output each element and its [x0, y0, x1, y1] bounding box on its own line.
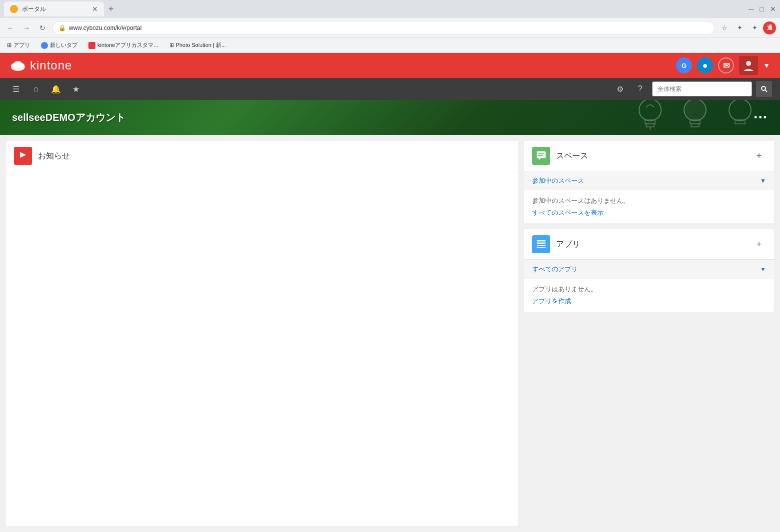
apps-empty-text: アプリはありません。: [532, 285, 766, 294]
close-tab-button[interactable]: ✕: [92, 5, 98, 13]
url-text: www.cybozu.com/k/#/portal: [69, 24, 141, 31]
apps-create-link[interactable]: アプリを作成: [532, 297, 571, 305]
g-button[interactable]: G: [676, 57, 692, 73]
bookmarks-bar: ⊞ アプリ 新しいタブ kintoneアプリカスタマ... ⊞ Photo So…: [0, 38, 780, 53]
forward-button[interactable]: →: [20, 21, 33, 34]
photo-favicon: ⊞: [169, 42, 174, 48]
bookmark-kintone[interactable]: kintoneアプリカスタマ...: [85, 40, 161, 50]
extension-icon-2[interactable]: ✦: [748, 21, 761, 34]
apps-section-chevron: ▼: [760, 266, 766, 273]
banner-more-button[interactable]: •••: [754, 112, 768, 123]
favorites-icon[interactable]: ★: [68, 81, 84, 97]
right-panels: スペース + 参加中のスペース ▼ 参加中のスペースはありません。 すべてのスペ…: [524, 141, 774, 526]
browser-title-bar: ポータル ✕ + ─ □ ✕: [0, 0, 780, 18]
svg-line-6: [765, 90, 767, 92]
user-menu-button[interactable]: [739, 56, 758, 75]
browser-window: ポータル ✕ + ─ □ ✕ ← → ↻ 🔒 www.cybozu.com/k/…: [0, 0, 780, 53]
hamburger-menu-icon[interactable]: ☰: [8, 81, 24, 97]
lock-icon: 🔒: [58, 24, 66, 31]
notice-body: [6, 171, 518, 187]
apps-panel-title: アプリ: [556, 239, 746, 250]
kintone-main: お知らせ スペース +: [0, 135, 780, 532]
svg-rect-22: [537, 243, 546, 244]
svg-point-11: [684, 100, 706, 121]
browser-tab[interactable]: ポータル ✕: [4, 1, 104, 16]
spaces-section: 参加中のスペース ▼ 参加中のスペースはありません。 すべてのスペースを表示: [524, 171, 774, 223]
kintone-banner: sellseeDEMOアカウント •••: [0, 100, 780, 135]
svg-point-5: [762, 86, 766, 90]
kintone-logo: kintone: [10, 58, 72, 72]
o-button[interactable]: ●: [697, 57, 713, 73]
back-button[interactable]: ←: [4, 21, 17, 34]
notice-panel-header: お知らせ: [6, 141, 518, 171]
bookmark-star-icon[interactable]: ☆: [718, 21, 731, 34]
bookmark-kintone-label: kintoneアプリカスタマ...: [97, 41, 158, 49]
apps-section: すべてのアプリ ▼ アプリはありません。 アプリを作成: [524, 260, 774, 312]
svg-point-14: [729, 100, 751, 121]
apps-add-button[interactable]: +: [752, 237, 766, 251]
header-dropdown-arrow[interactable]: ▼: [763, 61, 770, 69]
search-button[interactable]: [756, 81, 772, 97]
kintone-cloud-icon: [10, 60, 26, 71]
mail-button[interactable]: ✉: [718, 57, 734, 73]
kintone-favicon: [88, 42, 95, 49]
svg-rect-13: [691, 124, 699, 127]
svg-rect-9: [646, 124, 654, 127]
home-icon[interactable]: ⌂: [28, 81, 44, 97]
refresh-button[interactable]: ↻: [36, 21, 49, 34]
notifications-icon[interactable]: 🔔: [48, 81, 64, 97]
bookmark-newtab-label: 新しいタブ: [50, 41, 77, 49]
maximize-button[interactable]: □: [760, 5, 764, 13]
newtab-favicon: [41, 42, 48, 49]
spaces-show-all-link[interactable]: すべてのスペースを表示: [532, 209, 604, 216]
svg-point-4: [746, 61, 751, 66]
address-bar[interactable]: 🔒 www.cybozu.com/k/#/portal: [52, 21, 715, 35]
spaces-add-button[interactable]: +: [752, 149, 766, 163]
bulb-decoration-2: [680, 100, 710, 135]
settings-icon[interactable]: ⚙: [612, 81, 628, 97]
toolbar-icons: ☆ ✦ ✦ 通: [718, 21, 776, 34]
bulb-decoration-1: [635, 100, 665, 135]
new-tab-button[interactable]: +: [104, 2, 118, 16]
spaces-panel: スペース + 参加中のスペース ▼ 参加中のスペースはありません。 すべてのスペ…: [524, 141, 774, 223]
svg-rect-23: [537, 245, 546, 246]
flag-icon: [18, 151, 28, 161]
bookmark-photo[interactable]: ⊞ Photo Solution | 新...: [166, 40, 229, 50]
extension-icon-1[interactable]: ✦: [733, 21, 746, 34]
close-button[interactable]: ✕: [770, 5, 776, 13]
minimize-button[interactable]: ─: [749, 5, 754, 13]
apps-favicon: ⊞: [7, 42, 11, 48]
apps-panel-header: アプリ +: [524, 229, 774, 260]
window-controls: ─ □ ✕: [749, 5, 776, 13]
apps-section-body: アプリはありません。 アプリを作成: [524, 279, 774, 312]
apps-section-label: すべてのアプリ: [532, 265, 578, 274]
bookmark-apps[interactable]: ⊞ アプリ: [4, 40, 33, 50]
notice-icon: [14, 147, 32, 165]
list-icon: [536, 239, 547, 250]
user-icon: [744, 60, 754, 71]
browser-toolbar: ← → ↻ 🔒 www.cybozu.com/k/#/portal ☆ ✦ ✦ …: [0, 18, 780, 38]
svg-point-7: [639, 100, 661, 121]
apps-section-header[interactable]: すべてのアプリ ▼: [524, 260, 774, 279]
spaces-empty-text: 参加中のスペースはありません。: [532, 196, 766, 205]
help-icon[interactable]: ?: [632, 81, 648, 97]
spaces-icon: [532, 147, 550, 165]
spaces-section-chevron: ▼: [760, 177, 766, 184]
search-input[interactable]: [652, 81, 752, 96]
bookmark-newtab[interactable]: 新しいタブ: [38, 40, 80, 50]
search-icon: [761, 85, 768, 92]
svg-marker-18: [539, 158, 541, 160]
chat-icon: [536, 150, 547, 161]
tab-favicon: [10, 5, 18, 13]
spaces-panel-header: スペース +: [524, 141, 774, 171]
svg-rect-24: [537, 247, 546, 249]
apps-icon: [532, 235, 550, 253]
svg-point-3: [13, 61, 22, 68]
bulb-decoration-3: [725, 100, 755, 135]
svg-rect-21: [537, 240, 546, 242]
spaces-section-header[interactable]: 参加中のスペース ▼: [524, 171, 774, 190]
search-container: [652, 81, 772, 97]
bookmark-apps-label: アプリ: [13, 41, 30, 49]
apps-panel: アプリ + すべてのアプリ ▼ アプリはありません。 アプリを作成: [524, 229, 774, 312]
profile-button[interactable]: 通: [763, 21, 776, 34]
